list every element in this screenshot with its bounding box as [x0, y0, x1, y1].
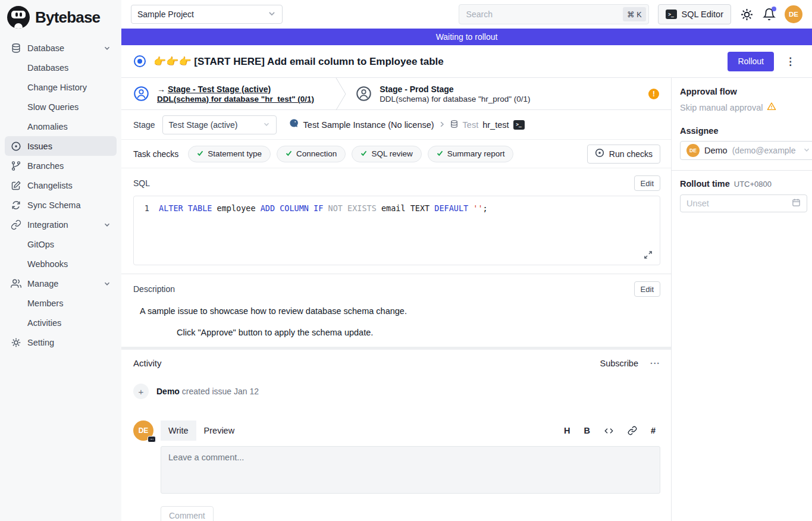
sidebar-item-database[interactable]: Database [5, 38, 117, 58]
activity-text: created issue Jan 12 [180, 387, 259, 396]
check-pill-statement-type[interactable]: Statement type [188, 146, 271, 162]
stage-card-prod[interactable]: Stage - Prod Stage DDL(schema) for datab… [356, 84, 530, 103]
bold-icon[interactable]: B [584, 426, 590, 435]
comment-tabs: Write Preview H B # [161, 420, 660, 441]
sidebar-item-issues[interactable]: Issues [5, 136, 117, 156]
code-icon[interactable] [604, 426, 614, 435]
check-pill-sql-review[interactable]: SQL review [352, 146, 421, 162]
open-sql-editor-icon[interactable]: >_ [513, 120, 525, 130]
comment-textarea[interactable] [161, 446, 660, 494]
sidebar: Bytebase Database Databases Change Histo… [0, 0, 121, 521]
run-checks-button[interactable]: Run checks [587, 145, 660, 164]
tab-preview[interactable]: Preview [196, 420, 243, 441]
postgres-icon [289, 118, 299, 131]
sql-edit-button[interactable]: Edit [634, 175, 660, 191]
hash-icon[interactable]: # [651, 426, 656, 435]
ellipsis-menu-icon[interactable]: ··· [650, 359, 660, 368]
rollout-time-label: Rollout time [680, 179, 730, 189]
arrow-right-icon: → [157, 84, 165, 94]
sidebar-item-slow-queries[interactable]: Slow Queries [5, 97, 117, 117]
instance-link[interactable]: Test Sample Instance (No license) [303, 120, 434, 130]
sidebar-item-setting[interactable]: Setting [5, 332, 117, 352]
activity-section: Activity Subscribe ··· + Demo created is… [121, 350, 671, 521]
sidebar-item-databases[interactable]: Databases [5, 58, 117, 77]
notifications-bell-icon[interactable] [763, 8, 776, 21]
environment-label: Test [463, 120, 479, 130]
comment-submit-button[interactable]: Comment [161, 506, 214, 521]
kebab-menu-icon[interactable]: ⋮ [782, 55, 799, 68]
plus-icon: + [133, 384, 149, 399]
issue-sidebar: Approval flow Skip manual approval Assig… [671, 78, 812, 521]
sync-icon [11, 200, 21, 211]
terminal-icon: >_ [666, 10, 677, 19]
issue-detail: → Stage - Test Stage (active) DDL(schema… [121, 78, 671, 521]
sidebar-item-manage[interactable]: Manage [5, 274, 117, 293]
rollout-time-input[interactable]: Unset [680, 194, 807, 212]
stage-separator [336, 78, 346, 110]
database-breadcrumb: Test Sample Instance (No license) Test h… [289, 118, 525, 131]
settings-gear-icon[interactable] [740, 8, 754, 21]
sidebar-item-sync-schema[interactable]: Sync Schema [5, 195, 117, 215]
stage-label: Stage [133, 120, 155, 130]
task-checks-row: Task checks Statement type Connection SQ… [121, 140, 671, 168]
assignee-stage-icon-active [133, 86, 149, 102]
panel-divider [672, 170, 812, 171]
stage-tabs: → Stage - Test Stage (active) DDL(schema… [121, 78, 671, 110]
task-checks-label: Task checks [133, 149, 178, 159]
chat-bubble-icon [148, 436, 156, 442]
database-small-icon [450, 120, 459, 130]
check-icon [197, 149, 203, 158]
heading-icon[interactable]: H [564, 426, 570, 435]
assignee-stage-icon [356, 86, 372, 102]
sidebar-item-members[interactable]: Members [5, 293, 117, 313]
sidebar-item-branches[interactable]: Branches [5, 156, 117, 175]
description-section: Description Edit A sample issue to showc… [121, 274, 671, 347]
gear-icon [11, 337, 21, 348]
check-pill-connection[interactable]: Connection [277, 146, 346, 162]
line-number: 1 [134, 202, 159, 214]
project-select[interactable]: Sample Project [131, 5, 283, 24]
description-paragraph: A sample issue to showcase how to review… [140, 306, 660, 316]
assignee-name: Demo [704, 146, 728, 155]
main-area: Sample Project ⌘ K >_ SQL Editor DE [121, 0, 812, 521]
stage-selector-row: Stage Test Stage (active) Test Sample In… [121, 110, 671, 140]
sidebar-item-integration[interactable]: Integration [5, 215, 117, 234]
database-icon [11, 43, 21, 54]
bytebase-logo-icon [7, 6, 30, 29]
sidebar-item-change-history[interactable]: Change History [5, 77, 117, 97]
subscribe-button[interactable]: Subscribe [600, 359, 638, 368]
app-window: Bytebase Database Databases Change Histo… [0, 0, 812, 521]
changelist-icon [11, 180, 21, 191]
comment-avatar: DE [133, 420, 153, 441]
sql-editor-button[interactable]: >_ SQL Editor [658, 4, 731, 24]
chevron-down-icon [263, 120, 270, 130]
warning-triangle-icon [767, 102, 776, 113]
check-icon [286, 149, 292, 158]
brand-name: Bytebase [35, 8, 100, 27]
search-input[interactable] [459, 4, 649, 24]
sidebar-item-anomalies[interactable]: Anomalies [5, 117, 117, 136]
check-pill-summary-report[interactable]: Summary report [428, 146, 514, 162]
sql-editor[interactable]: 1 ALTER TABLE employee ADD COLUMN IF NOT… [133, 196, 660, 265]
run-icon [595, 148, 604, 159]
link-icon[interactable] [628, 426, 637, 435]
database-link[interactable]: hr_test [482, 120, 509, 130]
issue-status-icon [134, 55, 146, 67]
rollout-button[interactable]: Rollout [728, 52, 774, 71]
chevron-down-icon [104, 221, 111, 228]
sidebar-item-gitops[interactable]: GitOps [5, 234, 117, 254]
description-paragraph: Click "Approve" button to apply the sche… [177, 328, 660, 337]
tab-write[interactable]: Write [161, 420, 196, 441]
expand-editor-icon[interactable] [644, 250, 653, 259]
assignee-select[interactable]: DE Demo (demo@example [680, 141, 812, 160]
user-avatar[interactable]: DE [785, 5, 802, 23]
approval-flow-value: Skip manual approval [680, 102, 812, 113]
sidebar-item-activities[interactable]: Activities [5, 313, 117, 332]
sidebar-nav: Database Databases Change History Slow Q… [0, 36, 121, 354]
sidebar-item-changelists[interactable]: Changelists [5, 175, 117, 195]
description-label: Description [133, 284, 175, 294]
description-edit-button[interactable]: Edit [634, 281, 660, 297]
stage-select[interactable]: Test Stage (active) [162, 115, 277, 134]
stage-card-test[interactable]: → Stage - Test Stage (active) DDL(schema… [133, 84, 314, 103]
sidebar-item-webhooks[interactable]: Webhooks [5, 254, 117, 274]
